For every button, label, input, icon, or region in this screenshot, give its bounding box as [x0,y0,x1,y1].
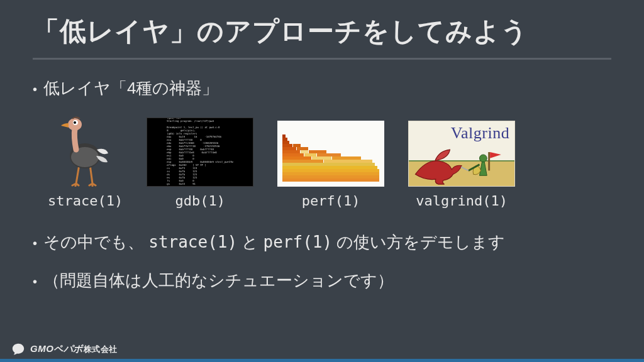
bullet-item-2: • その中でも、 strace(1) と perf(1) の使い方をデモします [33,230,611,255]
svg-point-5 [480,155,487,162]
bullet-dot: • [33,232,37,255]
svg-rect-6 [488,152,490,170]
bullet-dot: • [33,78,37,101]
tool-caption: gdb(1) [175,193,225,209]
tool-perf: perf(1) [277,121,384,209]
speech-bubble-icon [11,343,25,356]
bullet-dot: • [33,270,37,293]
footer-bar: GMOペパボ株式会社 [0,339,644,362]
bullet-item-1: • 低レイヤ「4種の神器」 [33,76,611,101]
svg-line-8 [461,167,469,171]
slide-content: • 低レイヤ「4種の神器」 [33,60,611,293]
valgrind-wordmark: Valgrind [451,124,510,143]
tool-caption: perf(1) [302,193,360,209]
strace-mascot-icon [51,114,120,187]
tool-strace: strace(1) [48,114,123,209]
text-fragment: の使い方をデモします [332,233,505,251]
bullet-text: 低レイヤ「4種の神器」 [43,76,218,101]
perf-flamegraph-icon [277,121,384,187]
valgrind-logo-icon: Valgrind [408,121,515,187]
code-perf: perf(1) [264,233,333,251]
brand-text: GMOペパボ [30,343,83,354]
tool-caption: valgrind(1) [416,193,508,209]
text-fragment: と [237,233,263,251]
tool-valgrind: Valgrind valgrind(1) [408,121,515,209]
tool-caption: strace(1) [48,193,123,209]
gdb-terminal-icon: (gdb) run Starting program: /root/127/pw… [147,118,253,187]
text-fragment: その中でも、 [43,233,148,251]
bullet-text: （問題自体は人工的なシチュエーションです） [43,268,394,293]
bullet-item-3: • （問題自体は人工的なシチュエーションです） [33,268,611,293]
footer-brand: GMOペパボ株式会社 [30,343,118,355]
tool-gdb: (gdb) run Starting program: /root/127/pw… [147,118,253,209]
brand-suffix: 株式会社 [84,344,118,354]
bullet-text: その中でも、 strace(1) と perf(1) の使い方をデモします [43,230,505,255]
slide-title: 「低レイヤ」のアプローチをしてみよう [33,0,611,60]
svg-point-4 [74,121,76,124]
code-strace: strace(1) [148,233,237,251]
tools-row: strace(1) (gdb) run Starting program: /r… [48,114,611,209]
